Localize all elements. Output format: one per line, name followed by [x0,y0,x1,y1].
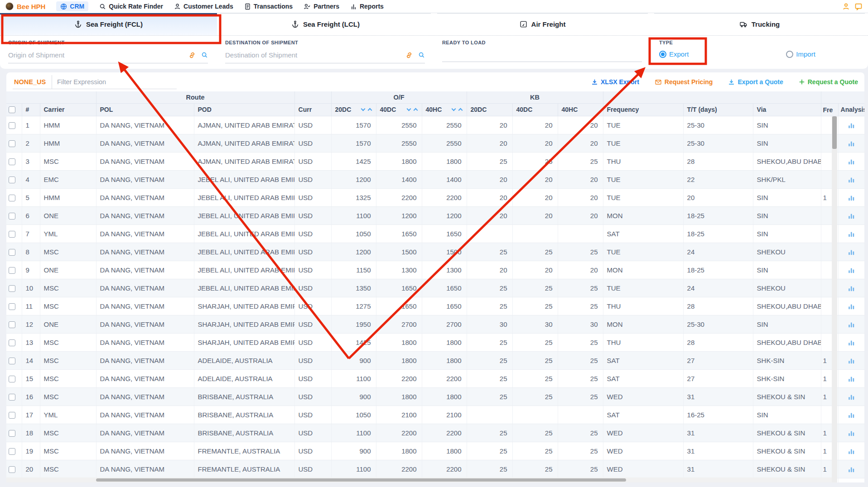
sort-asc-icon[interactable] [367,108,372,113]
radio-export[interactable]: Export [659,50,689,58]
sort-asc-icon[interactable] [458,108,463,113]
tab-sea-freight-fcl[interactable]: Sea Freight (FCL) [0,13,217,35]
row-checkbox[interactable] [9,122,15,129]
row-checkbox[interactable] [9,285,15,292]
cell-via: SHK/PKL [753,170,821,188]
request-quote-button[interactable]: Request a Quote [799,78,858,86]
analysis-chart-icon[interactable] [848,394,855,401]
analysis-chart-icon[interactable] [848,321,855,328]
row-checkbox[interactable] [9,376,15,382]
analysis-chart-icon[interactable] [848,358,855,364]
row-checkbox[interactable] [9,339,15,346]
cell-freq: WED [603,460,683,478]
header-of20[interactable]: 20DC [331,103,376,116]
analysis-chart-icon[interactable] [848,303,855,310]
horizontal-scrollbar-thumb[interactable] [96,478,626,482]
analysis-chart-icon[interactable] [848,448,855,455]
link-icon[interactable] [188,52,196,59]
origin-label: ORIGIN OF SHIPMENT [8,40,208,45]
sort-desc-icon[interactable] [406,107,411,111]
user-icon[interactable] [842,3,850,10]
nav-item-partners[interactable]: Partners [304,3,339,10]
row-checkbox[interactable] [9,267,15,274]
analysis-chart-icon[interactable] [848,267,855,274]
analysis-chart-icon[interactable] [848,430,855,437]
cell-of40: 1800 [376,387,422,406]
analysis-chart-icon[interactable] [848,231,855,238]
row-checkbox[interactable] [9,321,15,328]
filter-expression-input[interactable]: Filter Expression [52,78,106,86]
row-checkbox[interactable] [9,430,15,437]
row-checkbox[interactable] [9,195,15,201]
cell-kb40hc: 25 [558,351,603,369]
header-of40hc[interactable]: 40HC [422,103,467,116]
row-checkbox[interactable] [9,231,15,238]
cell-kb40: 25 [512,460,558,478]
sort-desc-icon[interactable] [361,107,365,111]
cell-curr: USD [294,333,331,351]
tab-sea-freight-lcl[interactable]: Sea Freight (LCL) [217,13,434,35]
row-checkbox[interactable] [9,394,15,401]
brand[interactable]: Bee HPH [5,2,45,10]
horizontal-scrollbar[interactable] [6,477,832,482]
link-icon[interactable] [405,52,413,59]
row-checkbox[interactable] [9,466,15,473]
radio-import[interactable]: Import [786,50,815,58]
row-checkbox[interactable] [9,303,15,310]
analysis-chart-icon[interactable] [848,213,855,220]
analysis-chart-icon[interactable] [848,140,855,147]
nav-item-reports[interactable]: Reports [350,3,384,10]
search-icon[interactable] [201,52,208,58]
cell-of40hc: 1200 [422,206,467,224]
row-checkbox[interactable] [9,213,15,220]
analysis-chart-icon[interactable] [848,195,855,201]
row-checkbox[interactable] [9,358,15,364]
row-checkbox[interactable] [9,177,15,183]
row-checkbox[interactable] [9,249,15,256]
scope-badge[interactable]: NONE_US [13,75,52,89]
sort-desc-icon[interactable] [451,107,456,111]
sort-asc-icon[interactable] [413,108,418,113]
analysis-chart-icon[interactable] [848,285,855,292]
row-checkbox[interactable] [9,140,15,147]
header-of40[interactable]: 40DC [376,103,422,116]
cell-of20: 1570 [331,116,376,134]
origin-input[interactable]: Origin of Shipment [8,51,208,63]
cell-tt: 31 [683,460,753,478]
chat-icon[interactable] [854,3,863,10]
request-pricing-button[interactable]: Request Pricing [655,78,713,86]
tab-trucking[interactable]: Trucking [651,13,868,35]
analysis-chart-icon[interactable] [848,158,855,165]
cell-freq: TUE [603,134,683,152]
row-checkbox[interactable] [9,412,15,419]
search-icon[interactable] [418,52,425,58]
ready-to-load-input[interactable] [442,51,642,62]
analysis-chart-icon[interactable] [848,376,855,382]
xlsx-export-button[interactable]: XLSX Export [591,78,639,86]
nav-item-crm[interactable]: CRM [56,1,88,11]
row-checkbox[interactable] [9,158,15,165]
analysis-chart-icon[interactable] [848,249,855,256]
cell-kb40hc: 20 [558,188,603,206]
cell-carrier: YML [40,406,96,424]
nav-item-quick-rate-finder[interactable]: Quick Rate Finder [99,3,163,10]
nav-item-customer-leads[interactable]: Customer Leads [174,3,233,10]
tab-air-freight[interactable]: Air Freight [434,13,651,35]
analysis-chart-icon[interactable] [848,177,855,183]
analysis-chart-icon[interactable] [848,339,855,346]
analysis-chart-icon[interactable] [848,122,855,129]
destination-input[interactable]: Destination of Shipment [225,51,425,63]
analysis-chart-icon[interactable] [848,412,855,419]
row-checkbox[interactable] [9,448,15,455]
nav-item-transactions[interactable]: Transactions [244,3,293,10]
vertical-scrollbar-thumb[interactable] [832,116,837,149]
cell-freq: MON [603,315,683,333]
vertical-scrollbar[interactable] [832,116,837,482]
cell-of40hc: 2700 [422,315,467,333]
export-quote-button[interactable]: Export a Quote [728,78,783,86]
cell-of20: 1950 [331,315,376,333]
select-all-checkbox[interactable] [9,106,15,113]
globe-icon [60,3,67,10]
cell-kb40: 25 [512,243,558,261]
analysis-chart-icon[interactable] [848,466,855,473]
